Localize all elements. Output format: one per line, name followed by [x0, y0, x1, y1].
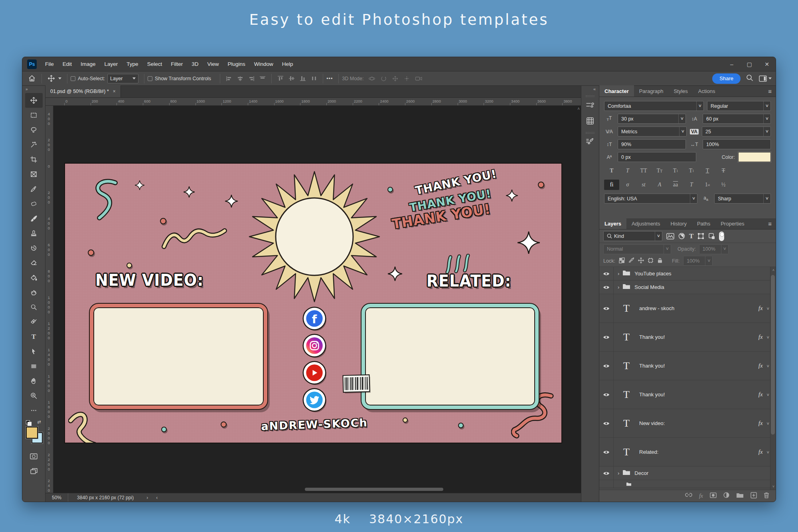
menu-layer[interactable]: Layer — [100, 57, 122, 71]
move-tool-option-icon[interactable] — [45, 75, 57, 82]
lock-artboard-icon[interactable] — [648, 257, 654, 265]
document-tab[interactable]: 01.psd @ 50% (RGB/8#) * × — [45, 85, 121, 97]
align-right-icon[interactable] — [246, 76, 257, 81]
tab-paths[interactable]: Paths — [692, 218, 715, 229]
pen-tool[interactable] — [25, 314, 43, 329]
layer-row-group[interactable]: › Decor — [599, 467, 776, 480]
status-chevron-left[interactable]: ‹ — [152, 495, 162, 500]
facebook-icon[interactable]: f — [304, 308, 325, 329]
distribute-middle-icon[interactable] — [286, 75, 297, 81]
filtering-toggle[interactable] — [719, 231, 724, 241]
menu-help[interactable]: Help — [278, 57, 298, 71]
options-ellipsis[interactable]: ••• — [326, 76, 333, 81]
fill-input[interactable]: 100%˅ — [683, 256, 713, 266]
move-preset-chevron-icon[interactable] — [58, 77, 61, 79]
font-family-select[interactable]: Comfortaa˅ — [604, 101, 704, 111]
panel-menu-icon[interactable]: ≡ — [768, 88, 772, 95]
distribute-h-icon[interactable] — [308, 75, 320, 81]
menu-filter[interactable]: Filter — [166, 57, 187, 71]
swash-button[interactable]: σ — [620, 180, 635, 190]
layer-fx-badge[interactable]: fx — [758, 449, 763, 455]
share-button[interactable]: Share — [712, 73, 741, 84]
new-video-placeholder-frame[interactable] — [90, 304, 267, 409]
toolbar-ellipsis-icon[interactable] — [25, 403, 43, 418]
canvas-area[interactable]: NEW VIDEO: RELATED: THANK YOU! THANK YOU… — [53, 106, 581, 493]
titling-alt-button[interactable]: A — [652, 180, 667, 190]
layer-row-group[interactable]: › YouTube places — [599, 267, 776, 281]
lasso-tool[interactable] — [25, 123, 43, 137]
all-caps-button[interactable]: TT — [636, 166, 651, 176]
home-icon[interactable] — [26, 75, 38, 82]
visibility-eye-icon[interactable] — [599, 267, 614, 280]
fx-collapse-icon[interactable]: ˅ — [767, 392, 769, 397]
toolbar-collapse-icon[interactable]: » — [22, 86, 45, 93]
filter-pixel-layers-icon[interactable] — [666, 233, 674, 239]
visibility-eye-icon[interactable] — [599, 467, 614, 480]
status-zoom-level[interactable]: 50% — [45, 493, 68, 502]
lock-transparency-icon[interactable] — [619, 257, 625, 265]
ligatures-button[interactable]: fi — [604, 180, 619, 190]
dodge-tool[interactable] — [25, 300, 43, 314]
magic-wand-tool[interactable] — [25, 137, 43, 152]
rectangle-tool[interactable] — [25, 359, 43, 374]
ordinals-button[interactable]: 1st — [700, 180, 715, 190]
visibility-eye-icon[interactable] — [599, 294, 614, 322]
blend-mode-select[interactable]: Normal˅ — [603, 244, 671, 254]
show-transform-checkbox[interactable] — [148, 76, 152, 81]
layer-row-partial[interactable] — [599, 480, 776, 488]
filter-type-layers-icon[interactable]: T — [689, 232, 693, 240]
youtube-icon[interactable] — [304, 362, 325, 384]
layer-row-text[interactable]: T Related: fx˅ — [599, 438, 776, 467]
3d-camera-icon[interactable] — [413, 75, 425, 82]
patterns-panel-icon[interactable] — [581, 113, 599, 129]
subscript-button[interactable]: T1 — [684, 166, 699, 176]
small-caps-button[interactable]: TT — [652, 166, 667, 176]
add-mask-icon[interactable] — [710, 492, 717, 500]
layer-row-text[interactable]: T Thank you! fx˅ — [599, 352, 776, 380]
horizontal-ruler[interactable]: 0200400600800100012001400160018002000220… — [45, 98, 581, 106]
brush-settings-panel-icon[interactable] — [581, 134, 599, 150]
crop-tool[interactable] — [25, 152, 43, 167]
layer-fx-badge[interactable]: fx — [758, 391, 763, 398]
visibility-eye-icon[interactable] — [599, 352, 614, 380]
workspace-icon[interactable] — [759, 75, 772, 82]
eyedropper-tool[interactable] — [25, 182, 43, 196]
expand-caret-icon[interactable]: › — [618, 271, 619, 277]
new-group-icon[interactable] — [736, 492, 744, 500]
tab-character[interactable]: Character — [599, 85, 634, 97]
menu-edit[interactable]: Edit — [58, 57, 76, 71]
fractions-button[interactable]: ½ — [716, 180, 731, 190]
filter-shape-layers-icon[interactable] — [697, 233, 704, 239]
3d-slide-icon[interactable] — [401, 75, 413, 82]
scroll-up-icon[interactable]: ˄ — [772, 268, 774, 272]
underline-button[interactable]: T — [700, 166, 715, 176]
hand-tool[interactable] — [25, 374, 43, 388]
tracking-select[interactable]: 25˅ — [702, 127, 771, 136]
marquee-tool[interactable] — [25, 108, 43, 123]
tab-paragraph[interactable]: Paragraph — [634, 85, 669, 97]
healing-patch-tool[interactable] — [25, 196, 43, 211]
tab-close-icon[interactable]: × — [113, 89, 116, 94]
layer-row-text[interactable]: T Thank you! fx˅ — [599, 380, 776, 409]
clone-stamp-tool[interactable] — [25, 226, 43, 241]
filter-adjustment-layers-icon[interactable] — [678, 233, 685, 239]
panel-menu-icon[interactable]: ≡ — [768, 220, 772, 227]
add-adjustment-icon[interactable] — [723, 492, 729, 500]
layer-row-text[interactable]: T andrew - skoch fx˅ — [599, 294, 776, 323]
menu-3d[interactable]: 3D — [187, 57, 203, 71]
vertical-scale-input[interactable]: 90% — [618, 139, 686, 149]
add-layer-style-icon[interactable]: fx — [699, 493, 703, 499]
filter-kind-select[interactable]: Kind˅ — [603, 231, 662, 241]
auto-select-dropdown[interactable]: Layer — [107, 74, 138, 83]
layer-row-text[interactable]: T Thank you! fx˅ — [599, 323, 776, 352]
visibility-eye-icon[interactable] — [599, 281, 614, 294]
eraser-tool[interactable] — [25, 255, 43, 270]
twitter-icon[interactable] — [304, 389, 325, 411]
minimize-button[interactable]: – — [723, 57, 741, 71]
faux-italic-button[interactable]: T — [620, 166, 635, 176]
contextual-alt-button[interactable]: aa — [668, 180, 683, 190]
fx-collapse-icon[interactable]: ˅ — [767, 335, 769, 340]
faux-bold-button[interactable]: T — [604, 166, 619, 176]
layer-row-group[interactable]: › Social Media — [599, 281, 776, 294]
superscript-button[interactable]: T1 — [668, 166, 683, 176]
